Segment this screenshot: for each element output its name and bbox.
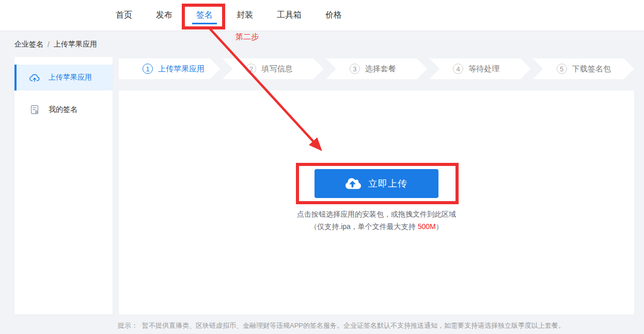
top-header: 首页 发布 签名 封装 工具箱 价格	[0, 0, 644, 31]
breadcrumb-current: 上传苹果应用	[54, 40, 97, 49]
sidebar-item-upload-apple-app[interactable]: 上传苹果应用	[14, 65, 113, 90]
nav-item-label: 签名	[196, 10, 213, 21]
sidebar-item-label: 上传苹果应用	[49, 73, 92, 82]
step-number-badge: 3	[350, 64, 360, 74]
max-size-value: 500M	[418, 222, 436, 231]
sidebar: 上传苹果应用 我的签名	[14, 57, 113, 314]
upload-button-label: 立即上传	[368, 177, 407, 190]
nav-item-publish[interactable]: 发布	[156, 0, 172, 31]
sidebar-item-label: 我的签名	[49, 105, 77, 114]
upload-hint-line2: （仅支持.ipa，单个文件最大支持 500M）	[119, 222, 634, 232]
nav-item-label: 发布	[156, 10, 172, 21]
footer-tips: 提示：暂不提供直播类、区块链虚拟币、金融理财等违规APP的签名服务。企业证签名默…	[118, 321, 640, 330]
hint-prefix: （仅支持.ipa，单个文件最大支持	[310, 222, 417, 231]
nav-item-label: 封装	[237, 10, 253, 21]
breadcrumb: 企业签名 / 上传苹果应用	[14, 40, 97, 49]
nav-item-label: 工具箱	[277, 10, 302, 21]
breadcrumb-separator: /	[48, 40, 50, 49]
step-number-badge: 1	[143, 64, 153, 74]
page: 首页 发布 签名 封装 工具箱 价格 企业签名 / 上传苹果应用	[0, 0, 644, 334]
nav-item-toolbox[interactable]: 工具箱	[277, 0, 302, 31]
step-label: 上传苹果应用	[158, 64, 205, 74]
nav-item-label: 价格	[325, 10, 342, 21]
step-label: 填写信息	[261, 64, 292, 74]
cloud-upload-icon	[345, 177, 361, 190]
step-label: 选择套餐	[365, 64, 396, 74]
step-number-badge: 2	[246, 64, 256, 74]
step-number-badge: 5	[557, 64, 567, 74]
nav-item-sign[interactable]: 签名	[196, 0, 213, 31]
step-wizard: 1 上传苹果应用 2 填写信息 3 选择套餐 4 等待处理 5 下载签名包	[119, 58, 634, 79]
nav-item-label: 首页	[116, 10, 132, 21]
wizard-step-2: 2 填写信息	[222, 58, 323, 79]
wizard-step-5: 5 下载签名包	[533, 58, 634, 79]
tips-text: 暂不提供直播类、区块链虚拟币、金融理财等违规APP的签名服务。企业证签名默认不支…	[142, 322, 565, 329]
breadcrumb-root[interactable]: 企业签名	[14, 40, 43, 49]
nav-item-home[interactable]: 首页	[116, 0, 132, 31]
wizard-step-3: 3 选择套餐	[326, 58, 427, 79]
sidebar-item-my-signatures[interactable]: 我的签名	[14, 97, 113, 123]
wizard-step-4: 4 等待处理	[429, 58, 530, 79]
upload-drop-zone[interactable]: 立即上传 点击按钮选择应用的安装包，或拖拽文件到此区域 （仅支持.ipa，单个文…	[119, 90, 634, 314]
main-nav: 首页 发布 签名 封装 工具箱 价格	[0, 0, 644, 31]
annotation-step-note: 第二步	[235, 32, 259, 42]
hint-suffix: ）	[436, 222, 443, 231]
step-number-badge: 4	[453, 64, 463, 74]
upload-hint-line1: 点击按钮选择应用的安装包，或拖拽文件到此区域	[119, 210, 634, 219]
nav-item-price[interactable]: 价格	[325, 0, 342, 31]
active-tab-underline	[192, 23, 217, 24]
step-label: 等待处理	[468, 64, 499, 74]
wizard-step-1: 1 上传苹果应用	[119, 58, 220, 79]
nav-item-package[interactable]: 封装	[237, 0, 253, 31]
cloud-upload-icon	[29, 72, 40, 83]
signature-doc-icon	[29, 104, 40, 115]
step-label: 下载签名包	[572, 64, 611, 74]
upload-now-button[interactable]: 立即上传	[315, 169, 438, 198]
tips-label: 提示：	[118, 322, 138, 329]
